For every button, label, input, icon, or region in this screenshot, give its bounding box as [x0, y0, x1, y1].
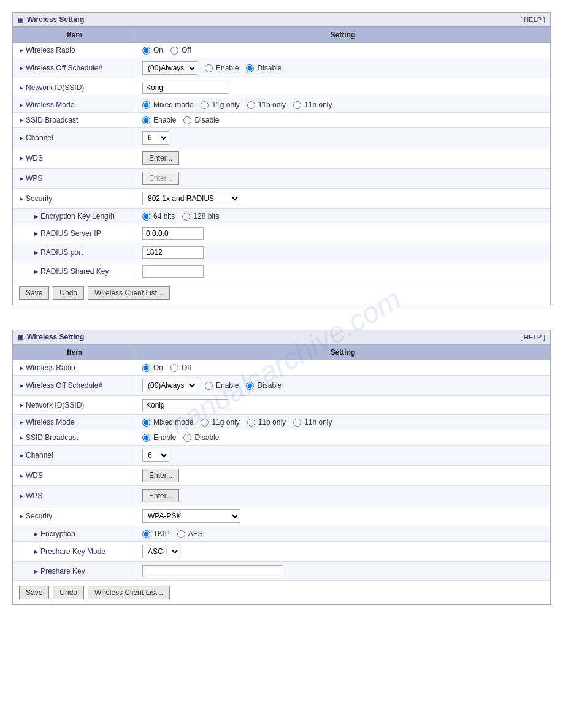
item-label-p2-1: Wireless Off Schedule# [20, 381, 129, 390]
table-row: RADIUS Server IP [13, 224, 550, 243]
text-input-p1-11[interactable] [142, 246, 204, 259]
button-row-1: Save Undo Wireless Client List... [13, 281, 550, 305]
radio-label-p1-4-1[interactable]: Disable [183, 116, 219, 124]
radio-label-p1-0-1[interactable]: Off [170, 46, 191, 55]
radio-label-p2-3-1[interactable]: 11g only [201, 418, 239, 427]
table-row: Network ID(SSID) [13, 78, 550, 97]
text-input-p2-2[interactable] [142, 399, 228, 411]
item-label-p2-8: Security [20, 512, 129, 520]
radio-input-p2-0-0[interactable] [142, 364, 150, 372]
item-label-p2-0: Wireless Radio [20, 363, 129, 372]
schedule-radio-p1-1-0[interactable] [205, 64, 213, 72]
table-row: SecurityNoneWEPWPA-PSKWPA2-PSK802.1x and… [13, 506, 550, 526]
schedule-select-p1-1[interactable]: (00)Always [142, 61, 197, 75]
schedule-select-p2-1[interactable]: (00)Always [142, 379, 197, 392]
schedule-radio-label-p2-1-1[interactable]: Disable [246, 381, 282, 390]
radio-input-p1-3-3[interactable] [293, 101, 301, 109]
radio-label-p1-3-3[interactable]: 11n only [293, 100, 332, 109]
radio-input-p1-9-1[interactable] [182, 213, 190, 221]
panel-help-1[interactable]: [ HELP ] [520, 16, 545, 23]
radio-input-p1-3-0[interactable] [142, 101, 150, 109]
schedule-radio-p2-1-1[interactable] [246, 382, 254, 390]
item-label-p1-4: SSID Broadcast [20, 116, 129, 124]
table-row: Preshare Key ModeASCIIHEX [13, 542, 550, 562]
item-label-p1-7: WPS [20, 174, 129, 183]
security-select-p2-8[interactable]: NoneWEPWPA-PSKWPA2-PSK802.1x and RADIUSW… [142, 509, 240, 523]
radio-input-p2-9-1[interactable] [177, 530, 185, 538]
button-row-2: Save Undo Wireless Client List... [13, 581, 550, 604]
radio-label-p1-9-1[interactable]: 128 bits [182, 212, 219, 221]
panel-help-2[interactable]: [ HELP ] [520, 333, 545, 341]
radio-group-p1-3: Mixed mode11g only11b only11n only [142, 100, 543, 109]
table-row: Wireless RadioOnOff [13, 360, 550, 376]
radio-label-p1-3-0[interactable]: Mixed mode [142, 100, 193, 109]
text-input-p1-10[interactable] [142, 227, 204, 240]
table-row: Wireless Off Schedule#(00)AlwaysEnableDi… [13, 58, 550, 78]
text-input-p1-2[interactable] [142, 82, 228, 94]
radio-input-p1-4-1[interactable] [183, 116, 191, 124]
undo-btn-2[interactable]: Undo [53, 586, 84, 599]
radio-label-p2-3-2[interactable]: 11b only [247, 418, 286, 427]
enter-btn-p2-7[interactable]: Enter... [142, 489, 179, 502]
channel-select-p2-5[interactable]: 12345678910111213 [142, 449, 169, 462]
radio-input-p1-9-0[interactable] [142, 213, 150, 221]
radio-label-p2-4-0[interactable]: Enable [142, 433, 176, 442]
radio-input-p2-0-1[interactable] [170, 364, 178, 372]
radio-label-p2-9-0[interactable]: TKIP [142, 529, 170, 538]
table-row: Wireless Off Schedule#(00)AlwaysEnableDi… [13, 376, 550, 396]
schedule-radio-label-p1-1-0[interactable]: Enable [205, 64, 239, 72]
radio-input-p2-3-0[interactable] [142, 419, 150, 427]
item-label-p2-6: WDS [20, 471, 129, 480]
radio-label-p2-0-1[interactable]: Off [170, 363, 191, 372]
radio-input-p1-0-1[interactable] [170, 47, 178, 55]
enter-btn-p1-6[interactable]: Enter... [142, 151, 179, 165]
item-label-p1-0: Wireless Radio [20, 46, 129, 55]
client-list-btn-1[interactable]: Wireless Client List... [88, 286, 170, 300]
radio-label-p2-3-3[interactable]: 11n only [293, 418, 332, 427]
schedule-radio-label-p2-1-0[interactable]: Enable [205, 381, 239, 390]
radio-input-p2-4-1[interactable] [183, 434, 191, 442]
radio-label-p1-3-2[interactable]: 11b only [247, 100, 286, 109]
schedule-radio-p2-1-0[interactable] [205, 382, 213, 390]
radio-input-p1-4-0[interactable] [142, 116, 150, 124]
radio-label-p1-4-0[interactable]: Enable [142, 116, 176, 124]
subitem-label-p1-12: RADIUS Shared Key [20, 267, 129, 276]
radio-input-p1-0-0[interactable] [142, 47, 150, 55]
table-row: SSID BroadcastEnableDisable [13, 113, 550, 128]
text-input-p1-12[interactable] [142, 265, 204, 278]
table-row: WDSEnter... [13, 148, 550, 169]
item-label-p2-5: Channel [20, 451, 129, 460]
small-select-p2-10[interactable]: ASCIIHEX [142, 545, 180, 558]
save-btn-1[interactable]: Save [19, 286, 49, 300]
radio-input-p2-3-3[interactable] [293, 419, 301, 427]
item-label-p1-8: Security [20, 194, 129, 203]
text-input-wide-p2-11[interactable] [142, 565, 283, 577]
radio-label-p2-0-0[interactable]: On [142, 363, 163, 372]
radio-input-p2-4-0[interactable] [142, 434, 150, 442]
radio-input-p2-9-0[interactable] [142, 530, 150, 538]
radio-label-p1-3-1[interactable]: 11g only [201, 100, 239, 109]
client-list-btn-2[interactable]: Wireless Client List... [88, 586, 170, 599]
radio-group-p2-3: Mixed mode11g only11b only11n only [142, 418, 543, 427]
save-btn-2[interactable]: Save [19, 586, 49, 599]
radio-group-p1-0: OnOff [142, 46, 543, 55]
schedule-radio-label-p1-1-1[interactable]: Disable [246, 64, 282, 72]
enter-btn-p2-6[interactable]: Enter... [142, 469, 179, 482]
radio-label-p1-0-0[interactable]: On [142, 46, 163, 55]
radio-label-p2-4-1[interactable]: Disable [183, 433, 219, 442]
subitem-label-p1-9: Encryption Key Length [20, 212, 129, 221]
settings-table-1: Item Setting Wireless RadioOnOffWireless… [13, 27, 550, 281]
subitem-label-p2-10: Preshare Key Mode [20, 547, 129, 556]
security-select-p1-8[interactable]: NoneWEPWPA-PSKWPA2-PSK802.1x and RADIUSW… [142, 192, 240, 205]
undo-btn-1[interactable]: Undo [53, 286, 84, 300]
schedule-radio-p1-1-1[interactable] [246, 64, 254, 72]
radio-input-p1-3-2[interactable] [247, 101, 255, 109]
radio-label-p2-3-0[interactable]: Mixed mode [142, 418, 193, 427]
radio-label-p1-9-0[interactable]: 64 bits [142, 212, 175, 221]
radio-label-p2-9-1[interactable]: AES [177, 529, 203, 538]
radio-input-p1-3-1[interactable] [201, 101, 209, 109]
table-row: Encryption Key Length64 bits128 bits [13, 209, 550, 224]
channel-select-p1-5[interactable]: 12345678910111213 [142, 131, 169, 145]
radio-input-p2-3-2[interactable] [247, 419, 255, 427]
radio-input-p2-3-1[interactable] [201, 419, 209, 427]
